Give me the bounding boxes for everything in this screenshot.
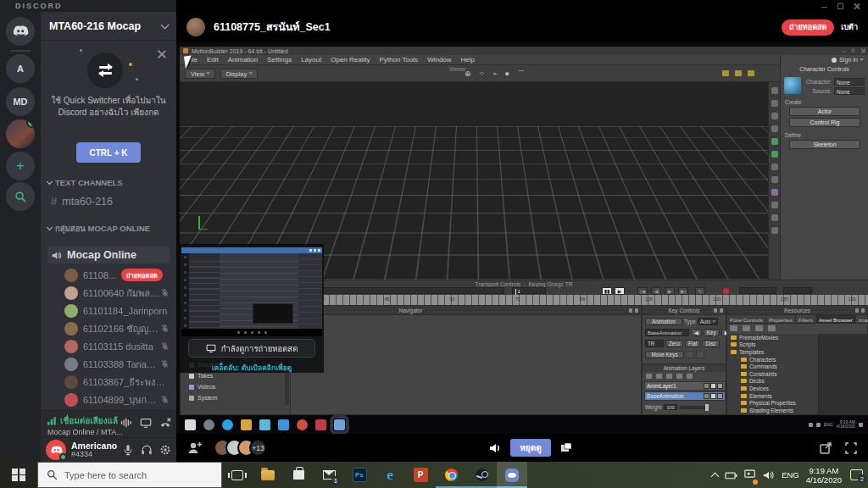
server-icon-mocap[interactable] xyxy=(6,119,35,148)
taskbar-app[interactable]: P xyxy=(405,462,436,488)
screens-icon[interactable] xyxy=(559,441,573,455)
avatar xyxy=(64,322,78,336)
panel-title: Character Controls xyxy=(781,66,868,72)
weight-slider xyxy=(680,406,709,409)
taskbar-app[interactable] xyxy=(253,462,283,488)
play-button: ▶ xyxy=(615,287,625,295)
add-server-button[interactable]: + xyxy=(6,152,35,180)
ctrl-k-button[interactable]: CTRL + K xyxy=(76,142,141,163)
app-icon xyxy=(293,470,304,480)
select-icon: ● xyxy=(505,69,509,78)
channel-mta60-216[interactable]: mta60-216 xyxy=(47,192,170,210)
voice-user-row[interactable]: 61101184_Jarinporn xyxy=(41,302,176,319)
explore-servers-button[interactable] xyxy=(6,182,35,211)
live-badge: ถ่ายทอดสด xyxy=(121,269,163,281)
start-button[interactable] xyxy=(0,462,37,488)
voice-user-row[interactable]: 61104899_บุษกร_S... xyxy=(41,391,176,408)
user-avatar[interactable] xyxy=(46,440,66,460)
tray-expand-icon[interactable] xyxy=(711,472,720,480)
mobu-app-icon xyxy=(183,48,188,53)
disconnect-call-icon[interactable] xyxy=(159,417,171,429)
character-value: None xyxy=(834,78,865,86)
prev-key-icon: ◀ xyxy=(691,329,702,336)
minimize-icon[interactable] xyxy=(821,3,827,8)
more-viewers-badge: +13 xyxy=(249,439,267,457)
folder-icon xyxy=(741,401,747,405)
avatar xyxy=(64,286,78,300)
battery-icon[interactable] xyxy=(725,470,737,480)
mic-icon[interactable] xyxy=(122,444,134,456)
stream-taskbar-app xyxy=(278,419,289,430)
folder-icon xyxy=(741,372,747,376)
action-center-icon[interactable]: 2 xyxy=(850,469,863,480)
notification-dot xyxy=(753,480,758,485)
voice-user-name: 61103867_ธีระพงษ์_sec1 xyxy=(83,374,170,390)
voice-category-header[interactable]: กลุ่มสอน MOCAP ONLINE xyxy=(41,222,176,235)
arrow-left-icon xyxy=(99,72,112,75)
volume-icon[interactable] xyxy=(488,441,502,455)
fullscreen-icon[interactable] xyxy=(844,441,858,455)
stop-watching-button[interactable]: หยุดดู xyxy=(510,439,551,457)
taskbar-app[interactable] xyxy=(466,462,497,488)
voice-user-row[interactable]: 61100640 กัมพล เงิ... xyxy=(41,284,176,302)
stream-video[interactable]: MotionBuilder 2019 - 64 bit - Untitled F… xyxy=(176,42,868,434)
noise-suppression-icon[interactable] xyxy=(120,417,132,429)
screen-share-icon[interactable] xyxy=(140,417,152,429)
date: 4/16/2020 xyxy=(806,475,842,485)
taskbar-search[interactable]: Type here to search xyxy=(37,462,222,488)
live-badge: ถ่ายทอดสด xyxy=(782,19,834,36)
viewer-pane-label: Viewer xyxy=(449,66,466,72)
pip-discord-chat xyxy=(220,253,298,329)
server-icon-md[interactable]: MD xyxy=(6,87,35,116)
taskbar-app[interactable] xyxy=(283,462,314,488)
discriminator: #4334 xyxy=(71,450,117,458)
app-icon xyxy=(476,469,488,481)
layer-toggle xyxy=(710,383,716,389)
server-icon-a[interactable]: A xyxy=(6,54,35,83)
taskbar-app[interactable]: e xyxy=(375,462,405,488)
folder-icon xyxy=(741,358,747,362)
animation-button: Animation xyxy=(645,318,682,325)
close-icon[interactable] xyxy=(157,49,166,58)
taskbar-app[interactable]: 1 xyxy=(314,462,344,488)
quick-switcher-promo: ใช้ Quick Switcher เพื่อไปมาใน Discord อ… xyxy=(41,41,176,175)
headphones-icon[interactable] xyxy=(141,444,153,456)
popout-icon[interactable] xyxy=(819,441,832,455)
voice-user-row[interactable]: 61102166 ชัญญานุช ... xyxy=(41,319,176,337)
window-controls xyxy=(821,3,860,9)
server-header[interactable]: MTA60-216 Mocap xyxy=(41,12,176,41)
taskbar-app[interactable] xyxy=(497,462,527,488)
clock[interactable]: 9:19 AM 4/16/2020 xyxy=(806,466,842,485)
voice-user-row[interactable]: 61103388 Tanadon xyxy=(41,355,176,373)
voice-channel-mocap-online[interactable]: Mocap Online xyxy=(47,247,170,263)
voice-user-row[interactable]: 61103115 dusitta xyxy=(41,337,176,355)
display-connect-icon[interactable] xyxy=(744,468,756,483)
invite-to-call-icon[interactable] xyxy=(186,440,203,457)
discord-home-button[interactable] xyxy=(6,17,35,46)
voice-user-name: 61101184_Jarinporn xyxy=(83,306,167,316)
menu-item: Animation xyxy=(228,56,259,64)
maximize-icon[interactable] xyxy=(837,3,843,9)
text-channels-header[interactable]: TEXT CHANNELS xyxy=(41,178,176,187)
layer-tool-icons xyxy=(646,374,693,379)
taskbar-app[interactable] xyxy=(436,462,466,488)
server-initials: MD xyxy=(13,97,27,107)
participant-stream-tile[interactable]: กำลังดูการถ่ายทอดสด เคล็ดลับ: ดับเบิลคลิ… xyxy=(180,244,324,373)
folder-icon xyxy=(741,386,747,391)
close-icon[interactable] xyxy=(854,3,860,9)
stream-controls-bar: +13 หยุดดู xyxy=(176,434,868,462)
language-indicator[interactable]: ENG xyxy=(782,470,799,480)
speaker-icon[interactable] xyxy=(763,470,775,480)
layer-dropdown: BaseAnimation xyxy=(645,329,689,336)
voice-user-row[interactable]: 61103867_ธีระพงษ์_sec1 xyxy=(41,373,176,391)
taskbar-app[interactable]: Ps xyxy=(344,462,375,488)
type-dropdown: Auto xyxy=(698,318,718,325)
mobu-window-title: MotionBuilder 2019 - 64 bit - Untitled xyxy=(192,48,288,54)
settings-gear-icon[interactable] xyxy=(159,444,171,456)
source-label: Source: xyxy=(804,88,832,94)
voice-user-row[interactable]: 61108... ถ่ายทอดสด xyxy=(41,266,176,284)
person-icon xyxy=(832,58,837,63)
taskbar-app[interactable] xyxy=(222,462,253,488)
node-icon xyxy=(189,396,194,401)
server-initials: A xyxy=(17,64,24,74)
